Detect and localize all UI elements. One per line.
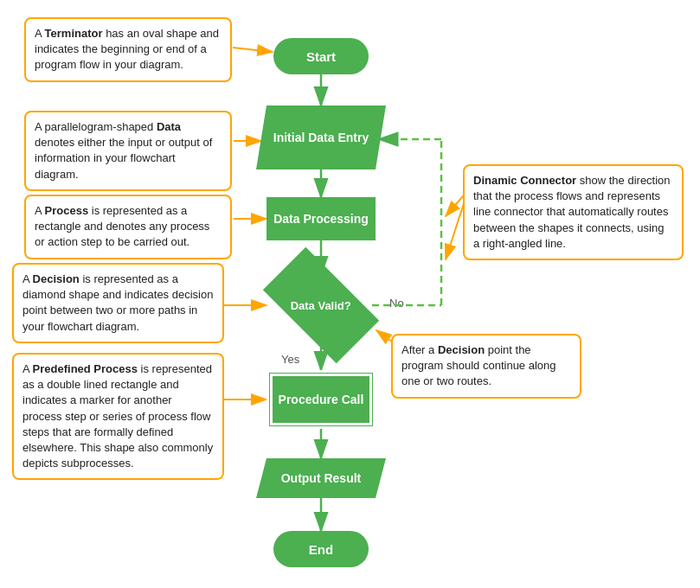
dynamic-connector-annotation: Dinamic Connector show the direction tha… xyxy=(463,164,684,260)
terminator-annotation: A Terminator has an oval shape and indic… xyxy=(24,17,232,82)
svg-text:Yes: Yes xyxy=(281,353,300,366)
process-annotation: A Process is represented as a rectangle … xyxy=(24,195,232,259)
decision-annotation: A Decision is represented as a diamond s… xyxy=(12,263,224,343)
start-shape: Start xyxy=(273,38,369,74)
output-result-shape: Output Result xyxy=(256,458,386,498)
procedure-call-shape: Procedure Call xyxy=(267,370,376,429)
data-processing-shape: Data Processing xyxy=(267,197,376,240)
predefined-annotation: A Predefined Process is represented as a… xyxy=(12,353,224,480)
data-annotation: A parallelogram-shaped Data denotes eith… xyxy=(24,111,232,191)
flowchart-container: No Yes Start Initial Data Entry Data xyxy=(0,0,700,588)
initial-data-entry-shape: Initial Data Entry xyxy=(256,105,386,169)
svg-text:No: No xyxy=(389,297,404,310)
end-shape: End xyxy=(273,531,369,567)
decision-after-annotation: After a Decision point the program shoul… xyxy=(391,334,581,399)
data-valid-shape: Data Valid? xyxy=(263,247,379,363)
svg-line-12 xyxy=(233,48,273,52)
